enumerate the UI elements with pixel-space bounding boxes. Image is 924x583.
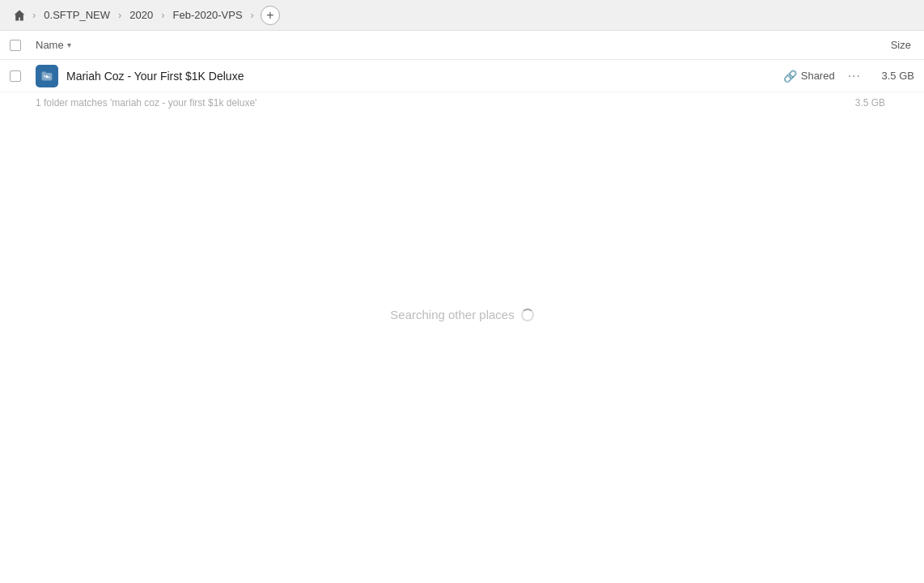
shared-badge: 🔗 Shared (783, 70, 835, 83)
separator-2: › (118, 9, 121, 21)
home-icon (13, 9, 26, 22)
column-headers: Name ▾ Size (0, 31, 924, 60)
select-all-checkbox[interactable] (10, 40, 21, 51)
row-checkbox[interactable] (10, 70, 21, 82)
home-button[interactable] (10, 6, 29, 25)
folder-link-icon (36, 65, 58, 87)
breadcrumb-2020[interactable]: 2020 (125, 7, 158, 23)
separator-4: › (251, 9, 254, 21)
size-column-header: Size (891, 39, 914, 51)
separator-1: › (32, 9, 36, 21)
summary-text: 1 folder matches 'mariah coz - your firs… (36, 97, 256, 109)
summary-size: 3.5 GB (855, 97, 888, 109)
file-size: 3.5 GB (874, 70, 914, 82)
shared-label: Shared (801, 70, 835, 82)
select-all-checkbox-col (10, 40, 29, 51)
folder-link-svg (40, 70, 53, 83)
chevron-down-icon: ▾ (67, 40, 71, 49)
loading-spinner (521, 309, 534, 321)
add-button[interactable]: + (261, 6, 280, 25)
summary-row: 1 folder matches 'mariah coz - your firs… (0, 92, 924, 113)
breadcrumb-sftp-new[interactable]: 0.SFTP_NEW (39, 7, 115, 23)
file-list: Mariah Coz - Your First $1K Deluxe 🔗 Sha… (0, 60, 924, 583)
share-icon: 🔗 (783, 70, 797, 83)
breadcrumb-feb-2020-vps[interactable]: Feb-2020-VPS (168, 7, 248, 23)
name-column-header[interactable]: Name ▾ (36, 39, 891, 51)
table-row[interactable]: Mariah Coz - Your First $1K Deluxe 🔗 Sha… (0, 60, 924, 92)
file-name: Mariah Coz - Your First $1K Deluxe (66, 70, 783, 83)
name-label: Name (36, 39, 64, 51)
more-options-button[interactable]: ··· (848, 69, 861, 83)
row-checkbox-col (10, 70, 29, 82)
separator-3: › (161, 9, 164, 21)
topbar: › 0.SFTP_NEW › 2020 › Feb-2020-VPS › + (0, 0, 924, 31)
app-container: › 0.SFTP_NEW › 2020 › Feb-2020-VPS › + N… (0, 0, 924, 583)
searching-area: Searching other places (0, 308, 924, 321)
searching-text: Searching other places (390, 308, 514, 321)
